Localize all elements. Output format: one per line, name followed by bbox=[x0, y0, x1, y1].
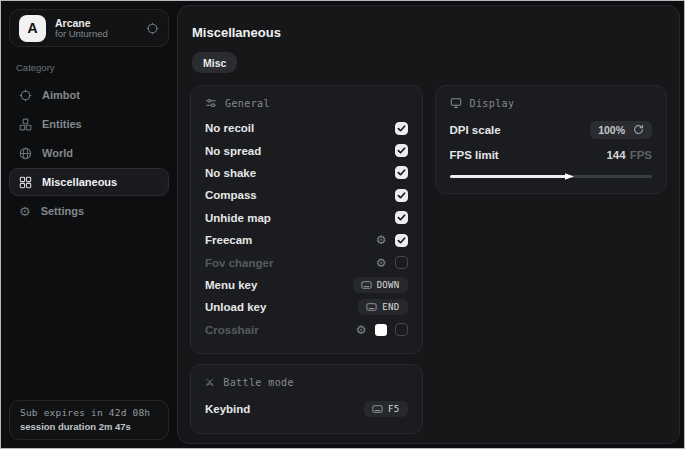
setting-label: Crosshair bbox=[205, 324, 259, 336]
sidebar-item-label: World bbox=[42, 147, 73, 159]
freecam-checkbox[interactable] bbox=[395, 234, 408, 247]
setting-row-unhide-map: Unhide map bbox=[205, 207, 408, 229]
setting-label: Menu key bbox=[205, 279, 257, 291]
keyboard-icon bbox=[361, 281, 372, 289]
setting-label: Compass bbox=[205, 189, 257, 201]
app-window: A Arcane for Unturned Category Aimbot bbox=[0, 0, 685, 449]
setting-row-compass: Compass bbox=[205, 184, 408, 206]
page-title: Miscellaneous bbox=[192, 25, 667, 40]
fps-limit-slider[interactable] bbox=[450, 171, 653, 181]
setting-row-fov-changer: Fov changer ⚙ bbox=[205, 251, 408, 273]
setting-row-keybind: Keybind F5 bbox=[205, 397, 408, 421]
no-spread-checkbox[interactable] bbox=[395, 144, 408, 157]
panel-title: General bbox=[225, 98, 270, 109]
app-name: Arcane bbox=[55, 17, 137, 29]
avatar: A bbox=[19, 15, 46, 42]
profile-card[interactable]: A Arcane for Unturned bbox=[9, 9, 169, 47]
setting-label: FPS limit bbox=[450, 149, 499, 161]
keyboard-icon bbox=[366, 303, 377, 311]
battle-mode-panel: ⚔ Battle mode Keybind F5 bbox=[190, 364, 423, 434]
no-recoil-checkbox[interactable] bbox=[395, 122, 408, 135]
slider-thumb[interactable] bbox=[565, 172, 574, 181]
setting-row-no-shake: No shake bbox=[205, 162, 408, 184]
sidebar-item-miscellaneous[interactable]: Miscellaneous bbox=[9, 168, 169, 196]
crosshair-settings-gear-icon[interactable]: ⚙ bbox=[356, 324, 367, 336]
key-label: F5 bbox=[388, 404, 399, 414]
setting-row-crosshair: Crosshair ⚙ bbox=[205, 319, 408, 341]
unload-key-binding[interactable]: END bbox=[358, 299, 407, 315]
category-label: Category bbox=[16, 62, 169, 73]
setting-label: Unhide map bbox=[205, 212, 271, 224]
fps-value: 144FPS bbox=[606, 149, 652, 161]
freecam-settings-gear-icon[interactable]: ⚙ bbox=[376, 234, 387, 246]
battle-keybind-binding[interactable]: F5 bbox=[364, 401, 407, 417]
setting-row-no-recoil: No recoil bbox=[205, 117, 408, 139]
sidebar-item-aimbot[interactable]: Aimbot bbox=[9, 81, 169, 109]
setting-label: No shake bbox=[205, 167, 256, 179]
sidebar-item-label: Settings bbox=[41, 205, 84, 217]
menu-key-binding[interactable]: DOWN bbox=[353, 277, 408, 293]
panel-title: Display bbox=[470, 98, 515, 109]
setting-label: Freecam bbox=[205, 234, 252, 246]
reset-rotate-icon[interactable] bbox=[633, 124, 644, 135]
session-duration: session duration 2m 47s bbox=[20, 421, 158, 432]
unhide-map-checkbox[interactable] bbox=[395, 211, 408, 224]
setting-row-freecam: Freecam ⚙ bbox=[205, 229, 408, 251]
setting-row-unload-key: Unload key END bbox=[205, 296, 408, 318]
refresh-target-icon[interactable] bbox=[146, 22, 159, 35]
dpi-scale-control[interactable]: 100% bbox=[590, 121, 652, 139]
panel-title: Battle mode bbox=[223, 377, 294, 388]
boxes-icon bbox=[19, 118, 32, 131]
setting-label: DPI scale bbox=[450, 124, 501, 136]
slider-fill bbox=[450, 175, 567, 178]
sidebar-item-settings[interactable]: ⚙ Settings bbox=[9, 197, 169, 225]
setting-row-fps-limit: FPS limit 144FPS bbox=[450, 142, 653, 167]
subscription-card: Sub expires in 42d 08h session duration … bbox=[9, 400, 169, 440]
setting-row-no-spread: No spread bbox=[205, 139, 408, 161]
key-label: END bbox=[382, 302, 399, 312]
compass-checkbox[interactable] bbox=[395, 189, 408, 202]
display-panel: Display DPI scale 100% bbox=[435, 85, 668, 194]
subscription-expiry: Sub expires in 42d 08h bbox=[20, 407, 158, 418]
setting-label: Fov changer bbox=[205, 257, 273, 269]
globe-icon bbox=[19, 147, 32, 160]
no-shake-checkbox[interactable] bbox=[395, 166, 408, 179]
sliders-icon bbox=[205, 97, 217, 109]
main-content: Miscellaneous Misc General bbox=[177, 5, 680, 444]
dpi-value: 100% bbox=[598, 124, 625, 136]
grid-icon bbox=[19, 176, 32, 189]
setting-label: No recoil bbox=[205, 122, 254, 134]
crosshair-color-swatch[interactable] bbox=[375, 324, 387, 336]
general-panel: General No recoil No spread No shake bbox=[190, 85, 423, 354]
setting-label: Unload key bbox=[205, 301, 266, 313]
setting-row-menu-key: Menu key DOWN bbox=[205, 274, 408, 296]
gear-icon: ⚙ bbox=[19, 205, 31, 218]
sidebar-item-label: Entities bbox=[42, 118, 82, 130]
tab-misc[interactable]: Misc bbox=[192, 52, 237, 73]
crosshair-icon bbox=[19, 89, 32, 102]
app-subtitle: for Unturned bbox=[55, 29, 137, 40]
crosshair-checkbox[interactable] bbox=[395, 323, 408, 336]
swords-icon: ⚔ bbox=[205, 376, 215, 389]
sidebar-item-entities[interactable]: Entities bbox=[9, 110, 169, 138]
monitor-icon bbox=[450, 97, 462, 109]
setting-row-dpi-scale: DPI scale 100% bbox=[450, 117, 653, 142]
sidebar-nav: Aimbot Entities World bbox=[9, 81, 169, 225]
sidebar-item-label: Aimbot bbox=[42, 89, 80, 101]
sidebar-item-label: Miscellaneous bbox=[42, 176, 117, 188]
fov-changer-checkbox[interactable] bbox=[395, 256, 408, 269]
keyboard-icon bbox=[372, 405, 383, 413]
setting-label: Keybind bbox=[205, 403, 250, 415]
sidebar: A Arcane for Unturned Category Aimbot bbox=[1, 1, 177, 448]
sidebar-item-world[interactable]: World bbox=[9, 139, 169, 167]
setting-label: No spread bbox=[205, 145, 261, 157]
fov-settings-gear-icon[interactable]: ⚙ bbox=[376, 257, 387, 269]
key-label: DOWN bbox=[377, 280, 400, 290]
